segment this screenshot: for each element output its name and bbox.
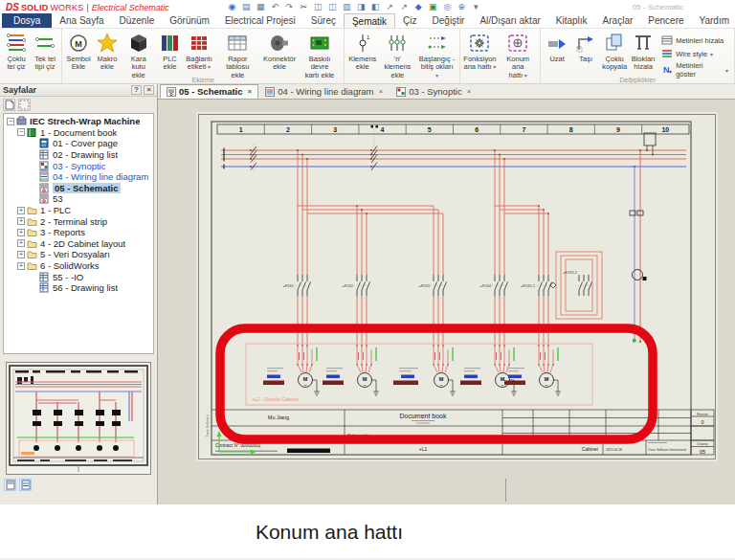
paste-special-icon[interactable]: ◧	[370, 2, 381, 12]
redo-icon[interactable]: ↷	[284, 2, 295, 12]
menu-item-duzenle[interactable]: Düzenle	[112, 13, 163, 28]
menu-item-electrical-projesi[interactable]: Electrical Projesi	[217, 13, 303, 28]
tree-item-drawing-list[interactable]: 02 - Drawing list	[4, 149, 153, 161]
align-blocks-button[interactable]: Blokları hizala	[629, 32, 657, 72]
close-tab-icon[interactable]: ×	[379, 87, 384, 96]
expander-icon[interactable]	[17, 128, 25, 136]
table-page-icon	[39, 282, 51, 293]
menu-item-araclar[interactable]: Araçlar	[595, 13, 641, 28]
thumbnail-preview[interactable]	[6, 362, 151, 475]
origin-destination-arrows-button[interactable]: Başlangıç - bitiş okları	[417, 32, 457, 79]
expander-icon[interactable]	[17, 239, 25, 247]
menu-item-dosya[interactable]: Dosya	[2, 13, 52, 28]
draw-multiple-wire-button[interactable]: Çoklu tel çiz	[2, 32, 31, 72]
panel-help-button[interactable]: ?	[131, 85, 142, 95]
preview-mode-button[interactable]	[4, 479, 16, 491]
n-terminals-button[interactable]: 'n' klemens ekle	[378, 32, 417, 79]
stretch-button[interactable]: Uzat	[543, 32, 571, 63]
options-icon[interactable]: ⊕	[457, 2, 467, 12]
menu-item-gorunum[interactable]: Görünüm	[162, 13, 217, 28]
function-outline-button[interactable]: Fonksiyon ana hattı	[462, 32, 499, 72]
black-box-button[interactable]: Kara kutu ekle	[122, 32, 155, 79]
pcb-icon	[308, 32, 331, 55]
tree-folder-veri-dosyalari[interactable]: 5 - Veri Dosyaları	[4, 249, 153, 260]
menu-item-surec[interactable]: Süreç	[303, 13, 344, 28]
tree-folder-solidworks[interactable]: 6 - SolidWorks	[4, 260, 153, 272]
panel-close-button[interactable]: ×	[144, 85, 154, 95]
undo-icon[interactable]: ↶	[270, 2, 280, 12]
menu-item-yardim[interactable]: Yardım	[692, 13, 735, 28]
menu-item-al-disari-aktar[interactable]: Al/Dışarı aktar	[472, 13, 547, 28]
menu-item-degistir[interactable]: Değiştir	[425, 13, 473, 28]
go-icon[interactable]: ↗	[385, 2, 395, 12]
tab-05-schematic[interactable]: 05 - Schematic ×	[160, 84, 258, 99]
ribbon-group-terminals: 1 Klemens ekle 'n' klemens ekle Başlangı…	[345, 29, 459, 83]
tab-04-wiring-line-diagram[interactable]: 04 - Wiring line diagram ×	[258, 84, 390, 99]
report-table-button[interactable]: Rapor tablosu ekle	[213, 32, 261, 79]
thumbnail-schematic	[8, 364, 149, 473]
tree-folder-plc[interactable]: 1 - PLC	[4, 205, 153, 216]
paste-icon[interactable]: ▥	[342, 2, 352, 12]
tab-03-synoptic[interactable]: 03 - Synoptic ×	[390, 84, 478, 99]
menu-item-pencere[interactable]: Pencere	[640, 13, 691, 28]
navigate-icon[interactable]: ◆	[413, 2, 424, 12]
wire-style-button[interactable]: Wire style	[661, 48, 728, 59]
menu-item-ciz[interactable]: Çiz	[395, 13, 424, 28]
menu-item-ana-sayfa[interactable]: Ana Sayfa	[52, 13, 111, 28]
duplicate-icon[interactable]: ◨	[356, 2, 367, 12]
tree-item-cover-page[interactable]: 01 01 - Cover page	[4, 138, 153, 149]
expander-icon[interactable]	[17, 207, 25, 214]
dropdown-icon[interactable]: ▾	[471, 2, 481, 12]
drawing-canvas[interactable]: 1 2 3 4 5 6 7 8 9 10	[158, 100, 735, 504]
expander-icon[interactable]	[17, 217, 25, 225]
svg-text:=F243: =F243	[419, 283, 431, 288]
tree-item-document-book[interactable]: 1 - Document book	[4, 127, 153, 139]
properties-mode-button[interactable]	[19, 479, 32, 491]
plc-button[interactable]: PLC ekle	[155, 32, 184, 72]
connection-label-button[interactable]: Bağlantı etiketi	[184, 32, 213, 72]
tree-item-56-drawing-list[interactable]: 56 - Drawing list	[4, 282, 153, 294]
drawing-page[interactable]: 1 2 3 4 5 6 7 8 9 10	[196, 112, 718, 461]
new-page-button[interactable]	[3, 99, 15, 111]
menu-item-kitaplik[interactable]: Kitaplık	[548, 13, 595, 28]
select-pages-button[interactable]	[18, 99, 31, 111]
location-outline-button[interactable]: Konum ana hattı	[498, 32, 538, 79]
function-outline-icon	[468, 32, 491, 55]
screen-icon[interactable]: ▣	[428, 2, 438, 12]
tree-root-project[interactable]: IEC Strech-Wrap Machine	[4, 116, 153, 127]
tree-folder-reports[interactable]: 3 - Reports	[4, 227, 153, 238]
terminal-button[interactable]: 1 Klemens ekle	[346, 32, 378, 72]
tree-item-synoptic[interactable]: 03 - Synoptic	[4, 160, 153, 171]
copy-icon[interactable]: ◫	[313, 2, 323, 12]
insert-symbol-button[interactable]: M Sembol Ekle	[64, 32, 93, 72]
copy-2-icon[interactable]: ◫	[327, 2, 338, 12]
tree-item-55-io[interactable]: 55 - -IO	[4, 271, 153, 282]
show-texts-icon: N	[661, 64, 673, 76]
tree-item-schematic[interactable]: 05 - Schematic	[4, 183, 153, 194]
go-2-icon[interactable]: ↗	[399, 2, 410, 12]
connector-button[interactable]: Konnektör ekle	[261, 32, 298, 72]
expander-icon[interactable]	[17, 251, 25, 258]
expander-icon[interactable]	[7, 118, 14, 125]
tree-item-wiring-line-diagram[interactable]: 04 - Wiring line diagram	[4, 171, 153, 183]
tree-item-53[interactable]: 53	[4, 193, 153, 205]
expander-icon[interactable]	[17, 262, 25, 270]
insert-macro-button[interactable]: Makro ekle	[93, 32, 122, 72]
search-icon[interactable]: ◎	[442, 2, 453, 12]
multi-copy-button[interactable]: Çoklu kopyala	[600, 32, 629, 72]
close-tab-icon[interactable]: ×	[467, 87, 472, 96]
menu-item-sematik[interactable]: Şematik	[344, 13, 395, 28]
cut-icon[interactable]: ✂	[299, 2, 309, 12]
align-texts-button[interactable]: Metinleri hizala	[661, 34, 728, 46]
book-icon	[27, 127, 38, 138]
tree-folder-2d-cabinet-layout[interactable]: 4 - 2D Cabinet layout	[4, 238, 153, 250]
draw-single-wire-button[interactable]: Tek tel tipi çiz	[31, 32, 59, 72]
pcb-button[interactable]: Baskılı devre kartı ekle	[298, 32, 343, 79]
save-icon[interactable]: ▤	[241, 2, 252, 12]
print-icon[interactable]: ▦	[256, 2, 266, 12]
open-icon[interactable]: ◉	[227, 2, 237, 12]
tree-folder-terminal-strip[interactable]: 2 - Terminal strip	[4, 215, 153, 227]
expander-icon[interactable]	[17, 229, 25, 236]
close-tab-icon[interactable]: ×	[248, 87, 253, 96]
move-button[interactable]: Taşı	[571, 32, 600, 63]
